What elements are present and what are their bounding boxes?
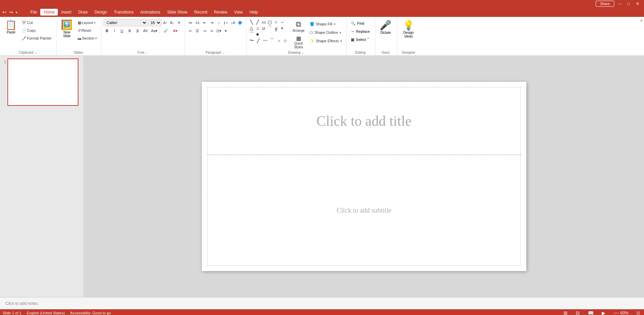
view-reading-button[interactable]: 📖 xyxy=(587,310,595,315)
draw-arc[interactable]: ⌒ xyxy=(269,38,275,44)
menu-help[interactable]: Help xyxy=(246,9,261,16)
text-direction-button[interactable]: ↕A xyxy=(230,19,236,26)
menu-record[interactable]: Record xyxy=(191,9,211,16)
draw-freeform[interactable]: 〰 xyxy=(262,38,268,44)
shape-triangle[interactable]: △ xyxy=(248,25,255,31)
maximize-icon[interactable]: □ xyxy=(625,1,632,6)
text-highlight-button[interactable]: 🖊 xyxy=(161,27,170,34)
font-name-select[interactable]: Calibri xyxy=(103,19,147,26)
clear-format-button[interactable]: ✕ xyxy=(176,19,182,26)
menu-file[interactable]: File xyxy=(27,9,40,16)
view-slide-show-button[interactable]: ▶ xyxy=(600,310,607,315)
canvas-area[interactable]: Click to add title Click to add subtitle xyxy=(84,56,644,297)
view-slide-sorter-button[interactable]: ⊟ xyxy=(574,310,581,315)
quick-styles-button[interactable]: ▦ Quick Styles xyxy=(290,34,307,50)
align-center-button[interactable]: ☰ xyxy=(194,27,201,34)
paste-icon: 📋 xyxy=(5,20,17,30)
change-case-button[interactable]: Aa▾ xyxy=(150,27,158,34)
shape-oval[interactable]: ○ xyxy=(273,19,279,25)
decrease-indent-button[interactable]: ⇤ xyxy=(201,19,208,26)
increase-indent-button[interactable]: ⇥ xyxy=(208,19,215,26)
shape-effects-button[interactable]: ✨ Shape Effects ▾ xyxy=(308,37,343,45)
column-button[interactable]: ⫿▾ xyxy=(222,19,229,26)
align-left-button[interactable]: ⇐ xyxy=(187,27,194,34)
shape-rect[interactable]: ▭ xyxy=(261,19,267,25)
shape-callout[interactable]: ⌒ xyxy=(248,31,255,37)
italic-button[interactable]: I xyxy=(111,27,118,34)
decrease-font-button[interactable]: A↓ xyxy=(169,19,175,26)
draw-connector[interactable]: → xyxy=(276,38,282,44)
increase-font-button[interactable]: A↑ xyxy=(162,19,168,26)
bullet-list-button[interactable]: ≡• xyxy=(187,19,194,26)
strikethrough-button[interactable]: S xyxy=(126,27,133,34)
numbered-list-button[interactable]: ≡1 xyxy=(194,19,201,26)
subtitle-placeholder: Click to add subtitle xyxy=(337,207,391,214)
qat-dropdown[interactable]: ▾ xyxy=(15,10,18,14)
shape-connector[interactable]: ╔ xyxy=(273,25,279,31)
close-icon[interactable]: ✕ xyxy=(634,1,641,6)
line-spacing-button[interactable]: ↕ xyxy=(215,19,222,26)
shape-fill-button[interactable]: 🪣 Shape Fill ▾ xyxy=(308,20,343,28)
menu-home[interactable]: Home xyxy=(40,9,58,16)
menu-view[interactable]: View xyxy=(231,9,246,16)
title-text-box[interactable]: Click to add title xyxy=(207,87,521,155)
menu-animations[interactable]: Animations xyxy=(137,9,164,16)
section-button[interactable]: ▬ Section ▾ xyxy=(76,34,99,42)
copy-button[interactable]: 📄 Copy xyxy=(20,27,53,34)
share-button[interactable]: Share xyxy=(596,1,614,7)
shape-rounded-rect[interactable]: ▢ xyxy=(267,19,273,25)
format-painter-button[interactable]: 🖌️ Format Painter xyxy=(20,34,53,42)
shape-curve[interactable]: ∪ xyxy=(261,25,267,31)
fit-slide-button[interactable]: ⊡ xyxy=(635,311,641,315)
shadow-button[interactable]: S xyxy=(134,27,141,34)
reset-button[interactable]: ↺ Reset xyxy=(76,27,99,34)
draw-line[interactable]: ╱ xyxy=(255,38,261,44)
dictate-button[interactable]: 🎤 Dictate xyxy=(377,19,394,36)
arrange-button[interactable]: ⧉ Arrange xyxy=(290,19,307,33)
select-button[interactable]: ▦ Select ˅ xyxy=(349,36,372,43)
justify-button[interactable]: ≡ xyxy=(208,27,215,34)
bold-button[interactable]: B xyxy=(103,27,110,34)
new-slide-button[interactable]: 🖼️ NewSlide xyxy=(58,19,75,42)
format-painter-icon: 🖌️ xyxy=(22,36,26,41)
underline-button[interactable]: U xyxy=(118,27,125,34)
find-button[interactable]: 🔍 Find xyxy=(349,20,372,27)
draw-shapes-more[interactable]: ☆ xyxy=(282,38,288,44)
menu-transitions[interactable]: Transitions xyxy=(111,9,137,16)
layout-button[interactable]: ▦ Layout ▾ xyxy=(76,19,99,26)
convert-to-smartart-button[interactable]: 🔷 xyxy=(237,19,243,26)
view-normal-button[interactable]: ⊞ xyxy=(562,310,569,315)
font-color-button[interactable]: A▾ xyxy=(171,27,180,34)
menu-slideshow[interactable]: Slide Show xyxy=(164,9,191,16)
font-size-select[interactable]: 18 xyxy=(148,19,162,26)
menu-draw[interactable]: Draw xyxy=(75,9,91,16)
menu-insert[interactable]: Insert xyxy=(58,9,75,16)
undo-qat-button[interactable]: ↩ xyxy=(1,9,7,15)
align-right-button[interactable]: ⇒ xyxy=(201,27,208,34)
draw-curve[interactable]: 〜 xyxy=(248,38,255,44)
char-spacing-button[interactable]: AV xyxy=(141,27,149,34)
menu-design[interactable]: Design xyxy=(91,9,110,16)
shape-outline-button[interactable]: ⬡ Shape Outline ▾ xyxy=(308,29,343,36)
paste-button[interactable]: 📋 Paste xyxy=(3,19,19,35)
redo-qat-button[interactable]: ↪ xyxy=(8,9,14,15)
shape-more[interactable]: ▾ xyxy=(279,25,285,31)
replace-button[interactable]: ↔ Replace xyxy=(349,28,372,35)
shape-star[interactable]: ★ xyxy=(255,31,261,37)
zoom-slider[interactable]: ── 60% xyxy=(612,311,630,315)
paragraph-dropdown-button[interactable]: ▾ xyxy=(222,27,229,34)
design-ideas-button[interactable]: 💡 DesignIdeas xyxy=(399,19,418,40)
minimize-icon[interactable]: ─ xyxy=(616,1,623,6)
vertical-align-button[interactable]: ⊡▾ xyxy=(215,27,222,34)
shape-freeform[interactable]: ⌒ xyxy=(267,25,273,31)
cut-button[interactable]: ✂️ Cut xyxy=(20,19,44,26)
notes-area[interactable]: Click to add notes xyxy=(0,297,644,309)
shape-line2[interactable]: ╱ xyxy=(255,19,261,25)
slide-thumbnail[interactable] xyxy=(7,58,78,106)
menu-review[interactable]: Review xyxy=(211,9,231,16)
subtitle-text-box[interactable]: Click to add subtitle xyxy=(207,155,521,266)
ribbon-collapse-button[interactable]: ∧ xyxy=(640,18,643,23)
shape-right-arrow[interactable]: → xyxy=(279,19,285,25)
shape-line[interactable]: ╲ xyxy=(248,19,255,25)
shape-chevron[interactable]: ⌂ xyxy=(255,25,261,31)
